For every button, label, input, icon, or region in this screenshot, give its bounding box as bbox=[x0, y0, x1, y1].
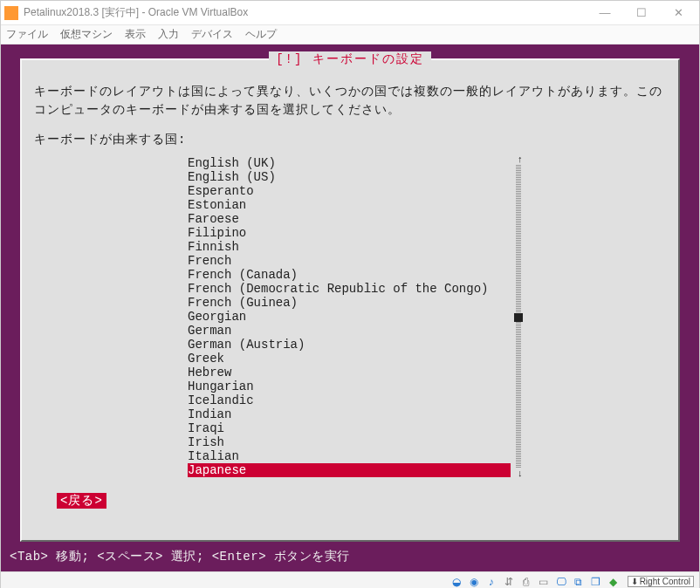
menubar: ファイル 仮想マシン 表示 入力 デバイス ヘルプ bbox=[1, 25, 699, 44]
list-item[interactable]: French bbox=[188, 254, 511, 268]
list-item[interactable]: Georgian bbox=[188, 310, 511, 324]
list-item[interactable]: Hebrew bbox=[188, 366, 511, 379]
display-icon[interactable]: 🖵 bbox=[554, 575, 568, 589]
optical-icon[interactable]: ◉ bbox=[467, 575, 481, 589]
menu-devices[interactable]: デバイス bbox=[191, 27, 233, 42]
host-key-label: Right Control bbox=[640, 577, 690, 586]
list-item[interactable]: Irish bbox=[188, 435, 511, 449]
list-item[interactable]: Filipino bbox=[188, 226, 511, 240]
list-item[interactable]: Esperanto bbox=[188, 184, 511, 198]
list-item[interactable]: English (US) bbox=[188, 170, 511, 184]
usb-icon[interactable]: ⎙ bbox=[519, 575, 533, 589]
list-item[interactable]: Faroese bbox=[188, 212, 511, 226]
app-icon bbox=[4, 6, 18, 20]
back-button[interactable]: <戻る> bbox=[57, 493, 106, 509]
window-controls: — ☐ ✕ bbox=[587, 2, 696, 24]
list-item[interactable]: French (Guinea) bbox=[188, 296, 511, 310]
list-item[interactable]: Finnish bbox=[188, 240, 511, 254]
vm-display-frame: [!] キーボードの設定 キーボードのレイアウトは国によって異なり、いくつかの国… bbox=[1, 44, 699, 571]
host-key-indicator: ⬇ Right Control bbox=[628, 576, 694, 587]
list-item[interactable]: Estonian bbox=[188, 198, 511, 212]
menu-view[interactable]: 表示 bbox=[125, 27, 146, 42]
titlebar: Petalinux2018.3 [実行中] - Oracle VM Virtua… bbox=[1, 1, 699, 25]
list-item[interactable]: Icelandic bbox=[188, 393, 511, 407]
list-item[interactable]: French (Canada) bbox=[188, 268, 511, 282]
key-hint: <Tab> 移動; <スペース> 選択; <Enter> ボタンを実行 bbox=[6, 549, 694, 564]
menu-file[interactable]: ファイル bbox=[6, 27, 48, 42]
list-item[interactable]: Japanese bbox=[188, 463, 511, 477]
menu-machine[interactable]: 仮想マシン bbox=[60, 27, 113, 42]
vm-state-icon[interactable]: ◆ bbox=[607, 575, 621, 589]
vm-display[interactable]: [!] キーボードの設定 キーボードのレイアウトは国によって異なり、いくつかの国… bbox=[6, 50, 694, 566]
list-item[interactable]: Hungarian bbox=[188, 379, 511, 393]
close-button[interactable]: ✕ bbox=[661, 2, 696, 24]
menu-help[interactable]: ヘルプ bbox=[245, 27, 277, 42]
window-title: Petalinux2018.3 [実行中] - Oracle VM Virtua… bbox=[24, 5, 587, 20]
list-item[interactable]: Italian bbox=[188, 449, 511, 463]
hdd-icon[interactable]: ◒ bbox=[450, 575, 463, 589]
menu-input[interactable]: 入力 bbox=[158, 27, 179, 42]
network-icon[interactable]: ⇵ bbox=[502, 575, 516, 589]
recording-icon[interactable]: ⧉ bbox=[572, 575, 586, 589]
shared-folder-icon[interactable]: ▭ bbox=[537, 575, 551, 589]
statusbar: ◒ ◉ ♪ ⇵ ⎙ ▭ 🖵 ⧉ ❐ ◆ ⬇ Right Control bbox=[1, 571, 699, 588]
vm-window: Petalinux2018.3 [実行中] - Oracle VM Virtua… bbox=[0, 0, 700, 588]
list-item[interactable]: German (Austria) bbox=[188, 338, 511, 352]
scroll-up-arrow-icon: ↑ bbox=[517, 154, 523, 165]
minimize-button[interactable]: — bbox=[587, 2, 622, 24]
list-item[interactable]: German bbox=[188, 324, 511, 338]
clipboard-icon[interactable]: ❐ bbox=[589, 575, 603, 589]
country-listbox[interactable]: ↑ ↓ English (UK)English (US)EsperantoEst… bbox=[188, 156, 511, 477]
list-item[interactable]: Indian bbox=[188, 407, 511, 421]
maximize-button[interactable]: ☐ bbox=[624, 2, 659, 24]
audio-icon[interactable]: ♪ bbox=[484, 575, 498, 589]
list-item[interactable]: Greek bbox=[188, 352, 511, 366]
host-key-arrow-icon: ⬇ bbox=[631, 577, 638, 586]
scrollbar-thumb[interactable] bbox=[514, 313, 523, 322]
keyboard-config-dialog: [!] キーボードの設定 キーボードのレイアウトは国によって異なり、いくつかの国… bbox=[20, 58, 680, 542]
dialog-title: [!] キーボードの設定 bbox=[269, 51, 431, 67]
list-item[interactable]: Iraqi bbox=[188, 421, 511, 435]
dialog-title-row: [!] キーボードの設定 bbox=[34, 51, 666, 67]
dialog-prompt: キーボードが由来する国: bbox=[34, 132, 666, 147]
dialog-description: キーボードのレイアウトは国によって異なり、いくつかの国では複数の一般的レイアウト… bbox=[34, 83, 666, 120]
scroll-down-arrow-icon: ↓ bbox=[517, 468, 523, 479]
list-item[interactable]: French (Democratic Republic of the Congo… bbox=[188, 282, 511, 296]
list-item[interactable]: English (UK) bbox=[188, 156, 511, 170]
